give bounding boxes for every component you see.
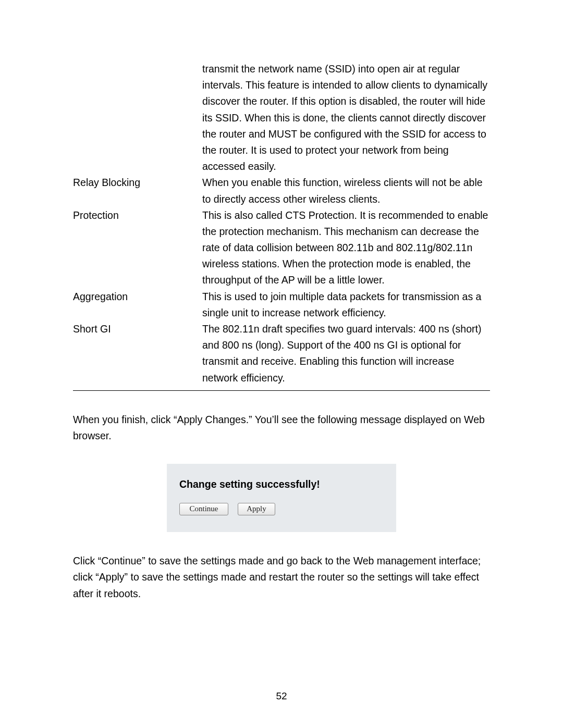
term-protection: Protection xyxy=(73,207,202,289)
desc-relay-blocking: When you enable this function, wireless … xyxy=(202,175,490,207)
desc-aggregation: This is used to join multiple data packe… xyxy=(202,289,490,321)
paragraph-apply-changes: When you finish, click “Apply Changes.” … xyxy=(73,412,490,444)
continue-button[interactable]: Continue xyxy=(179,503,228,515)
apply-button[interactable]: Apply xyxy=(238,503,275,515)
page-number: 52 xyxy=(0,690,563,702)
term-ssid xyxy=(73,61,202,175)
dialog-title: Change setting successfully! xyxy=(179,478,384,490)
term-short-gi: Short GI xyxy=(73,321,202,390)
term-aggregation: Aggregation xyxy=(73,289,202,321)
dialog-change-setting: Change setting successfully! Continue Ap… xyxy=(167,464,396,532)
paragraph-continue-apply: Click “Continue” to save the settings ma… xyxy=(73,553,490,602)
desc-protection: This is also called CTS Protection. It i… xyxy=(202,207,490,289)
desc-short-gi: The 802.11n draft specifies two guard in… xyxy=(202,321,490,390)
desc-ssid: transmit the network name (SSID) into op… xyxy=(202,61,490,175)
definitions-table: transmit the network name (SSID) into op… xyxy=(73,61,490,391)
term-relay-blocking: Relay Blocking xyxy=(73,175,202,207)
